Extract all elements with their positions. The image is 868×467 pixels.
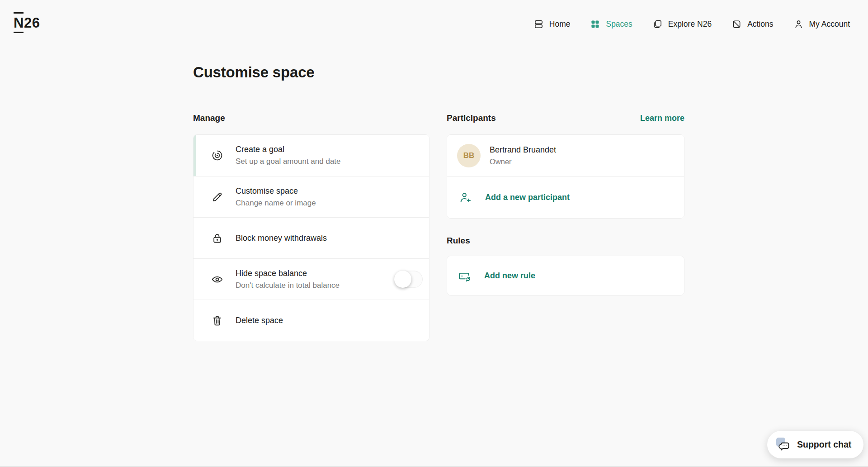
eye-icon: [211, 273, 223, 286]
rules-header: Rules: [447, 236, 684, 247]
participants-header: Participants: [447, 113, 496, 123]
nav-spaces-label: Spaces: [606, 19, 632, 29]
avatar: BB: [457, 144, 481, 167]
pencil-icon: [211, 191, 223, 203]
support-chat-button[interactable]: Support chat: [767, 431, 863, 458]
hide-balance-toggle[interactable]: [395, 271, 423, 288]
home-icon: [533, 19, 544, 29]
nav-home[interactable]: Home: [533, 19, 571, 29]
person-plus-icon: [459, 191, 472, 204]
manage-item-hide-balance[interactable]: Hide space balance Don't calculate in to…: [193, 258, 429, 300]
manage-item-subtitle: Set up a goal amount and date: [236, 157, 341, 166]
manage-item-create-goal[interactable]: Create a goal Set up a goal amount and d…: [193, 135, 429, 176]
chat-bubble-icon: [776, 437, 791, 452]
participants-section: Participants Learn more BB Bertrand Brua…: [447, 113, 684, 295]
goal-target-icon: [211, 149, 223, 162]
manage-section: Manage Create a goal Set up a goal amoun…: [193, 113, 429, 341]
rules-card: Add new rule: [447, 256, 684, 295]
manage-item-subtitle: Change name or image: [236, 199, 316, 208]
nav-actions-label: Actions: [747, 19, 773, 29]
manage-item-title: Create a goal: [236, 145, 341, 154]
add-participant-label: Add a new participant: [485, 193, 570, 202]
participant-name: Bertrand Bruandet: [490, 145, 556, 155]
support-chat-label: Support chat: [797, 439, 851, 450]
nav-spaces[interactable]: Spaces: [590, 19, 632, 29]
top-bar: N26 Home Spaces: [0, 0, 868, 43]
my-account-icon: [793, 19, 804, 29]
manage-header: Manage: [193, 113, 225, 123]
participants-card: BB Bertrand Bruandet Owner Add a new par…: [447, 134, 684, 219]
lock-icon: [211, 232, 223, 244]
manage-item-delete-space[interactable]: Delete space: [193, 300, 429, 341]
trash-icon: [211, 315, 223, 327]
manage-item-title: Delete space: [236, 316, 283, 325]
toggle-knob: [394, 271, 411, 288]
participant-role: Owner: [490, 157, 556, 166]
manage-item-title: Hide space balance: [236, 269, 340, 278]
manage-item-title: Customise space: [236, 186, 316, 196]
spaces-icon: [590, 19, 600, 29]
participant-row[interactable]: BB Bertrand Bruandet Owner: [447, 135, 684, 176]
add-rule-label: Add new rule: [484, 271, 535, 281]
main-nav: Home Spaces Explore N26: [533, 15, 850, 33]
nav-explore-label: Explore N26: [668, 19, 712, 29]
learn-more-link[interactable]: Learn more: [640, 114, 684, 123]
actions-icon: [731, 19, 742, 29]
manage-card: Create a goal Set up a goal amount and d…: [193, 134, 429, 341]
nav-explore-n26[interactable]: Explore N26: [652, 19, 712, 29]
nav-my-account[interactable]: My Account: [793, 19, 850, 29]
nav-actions[interactable]: Actions: [731, 19, 773, 29]
add-participant-button[interactable]: Add a new participant: [447, 176, 684, 218]
n26-logo[interactable]: N26: [14, 15, 40, 31]
page-title: Customise space: [193, 64, 314, 81]
logo-digits: 26: [24, 15, 40, 31]
card-rule-icon: [458, 270, 470, 282]
manage-item-customise-space[interactable]: Customise space Change name or image: [193, 176, 429, 217]
explore-icon: [652, 19, 663, 29]
nav-my-account-label: My Account: [809, 19, 850, 29]
nav-home-label: Home: [549, 19, 571, 29]
logo-letter-n: N: [14, 15, 24, 31]
add-rule-button[interactable]: Add new rule: [447, 256, 684, 295]
manage-item-block-withdrawals[interactable]: Block money withdrawals: [193, 217, 429, 258]
manage-item-title: Block money withdrawals: [236, 234, 327, 243]
manage-item-subtitle: Don't calculate in total balance: [236, 281, 340, 290]
